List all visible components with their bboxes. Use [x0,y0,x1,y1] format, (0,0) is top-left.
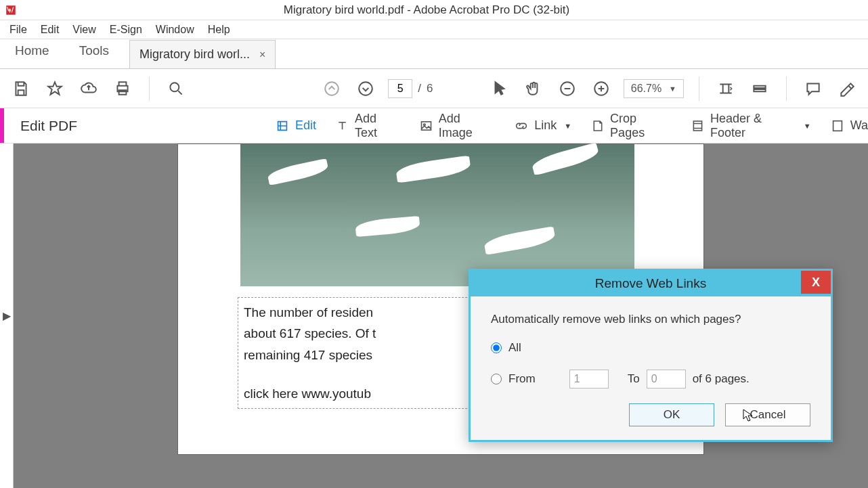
page-sep: / [418,82,421,95]
svg-point-0 [170,83,179,91]
zoom-dropdown[interactable]: 66.7% ▼ [624,79,684,98]
save-icon[interactable] [9,77,32,100]
dialog-titlebar: Remove Web Links X [471,271,831,296]
main-toolbar: / 6 66.7% ▼ [0,69,868,108]
page-up-icon[interactable] [320,77,343,100]
page-down-icon[interactable] [354,77,377,100]
close-button[interactable]: X [801,271,831,294]
ok-button[interactable]: OK [629,403,714,426]
dialog-title: Remove Web Links [595,276,706,291]
svg-rect-5 [421,121,431,129]
tab-close-icon[interactable]: × [259,49,265,61]
edit-pdf-toolbar: Edit PDF Edit Add Text Add Image Link ▼ … [0,108,868,143]
watermark-label: Wa [850,118,868,133]
link-text[interactable]: www.youtub [302,386,371,401]
watermark-button[interactable]: Wa [830,118,868,133]
svg-point-2 [360,82,373,95]
edit-label: Edit [295,118,316,133]
chevron-down-icon: ▼ [564,122,571,130]
chevron-down-icon: ▼ [804,122,811,130]
link-dropdown[interactable]: Link ▼ [514,118,571,133]
svg-rect-8 [833,120,842,131]
add-image-label: Add Image [439,112,495,140]
edit-pdf-label: Edit PDF [0,108,133,143]
hand-tool-icon[interactable] [522,77,545,100]
crop-pages-label: Crop Pages [610,112,672,140]
page-indicator: / 6 [388,79,433,98]
of-pages-label: of 6 pages. [693,372,750,386]
fit-width-icon[interactable] [714,77,737,100]
search-icon[interactable] [165,77,188,100]
tab-home[interactable]: Home [0,35,64,68]
radio-from[interactable] [491,374,502,384]
tab-tools[interactable]: Tools [64,35,124,68]
menu-window[interactable]: Window [149,21,201,39]
add-text-label: Add Text [355,112,400,140]
fit-page-icon[interactable] [748,77,771,100]
cancel-button[interactable]: Cancel [725,403,810,426]
app-icon [3,2,19,18]
to-label: To [628,372,640,386]
zoom-out-icon[interactable] [556,77,579,100]
menubar: File Edit View E-Sign Window Help [0,20,868,39]
left-rail: ▶ [0,143,14,488]
header-footer-label: Header & Footer [710,112,796,140]
svg-rect-7 [693,121,701,131]
page-number-input[interactable] [388,79,412,98]
tab-document[interactable]: Migratory bird worl... × [129,40,276,68]
text-segment: click here [244,386,302,401]
from-page-input[interactable] [569,370,609,389]
edit-button[interactable]: Edit [275,118,316,133]
window-title: Migratory bird world.pdf - Adobe Acrobat… [19,3,868,17]
tab-document-label: Migratory bird worl... [139,47,250,62]
separator [699,76,699,101]
crop-pages-button[interactable]: Crop Pages [590,112,672,140]
tabbar: Home Tools Migratory bird worl... × [0,39,868,69]
radio-all[interactable] [491,342,502,353]
menu-help[interactable]: Help [201,21,237,39]
comment-icon[interactable] [802,77,825,100]
titlebar: Migratory bird world.pdf - Adobe Acrobat… [0,0,868,20]
zoom-value: 66.7% [631,83,661,95]
selection-arrow-icon[interactable] [488,77,511,100]
expand-pane-icon[interactable]: ▶ [3,309,11,322]
separator [786,76,787,101]
remove-web-links-dialog: Remove Web Links X Automatically remove … [469,269,833,442]
print-icon[interactable] [111,77,134,100]
cloud-upload-icon[interactable] [77,77,100,100]
svg-point-1 [326,82,339,95]
page-total: 6 [427,82,433,95]
add-text-button[interactable]: Add Text [335,112,400,140]
image-birds[interactable] [240,144,634,286]
radio-from-label: From [508,372,536,386]
add-image-button[interactable]: Add Image [419,112,495,140]
star-icon[interactable] [43,77,66,100]
highlight-icon[interactable] [836,77,859,100]
zoom-in-icon[interactable] [590,77,613,100]
header-footer-dropdown[interactable]: Header & Footer ▼ [691,112,811,140]
radio-all-label: All [508,341,521,355]
to-page-input[interactable] [647,370,686,389]
link-label: Link [534,118,557,133]
chevron-down-icon: ▼ [669,85,676,93]
separator [149,76,150,101]
dialog-question: Automatically remove web links on which … [491,313,810,326]
